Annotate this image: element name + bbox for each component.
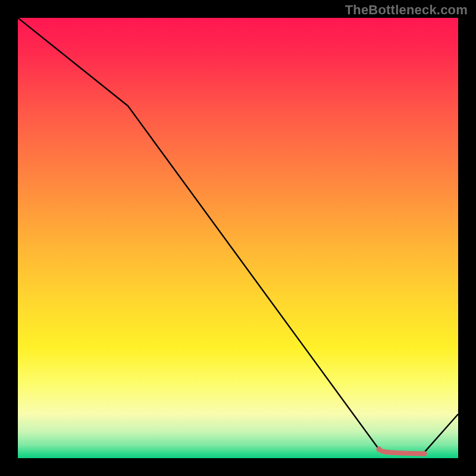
main-curve — [18, 18, 458, 454]
svg-point-2 — [390, 450, 395, 455]
plot-area — [18, 18, 458, 458]
svg-point-5 — [415, 451, 420, 456]
attribution-label: TheBottleneck.com — [345, 2, 468, 18]
svg-point-4 — [408, 451, 413, 456]
svg-point-0 — [377, 447, 382, 452]
svg-point-6 — [422, 451, 427, 456]
chart-overlay — [18, 18, 458, 458]
svg-point-1 — [382, 449, 387, 454]
svg-point-3 — [399, 451, 404, 456]
highlight-optimal — [377, 447, 427, 457]
chart-stage: TheBottleneck.com — [0, 0, 476, 476]
